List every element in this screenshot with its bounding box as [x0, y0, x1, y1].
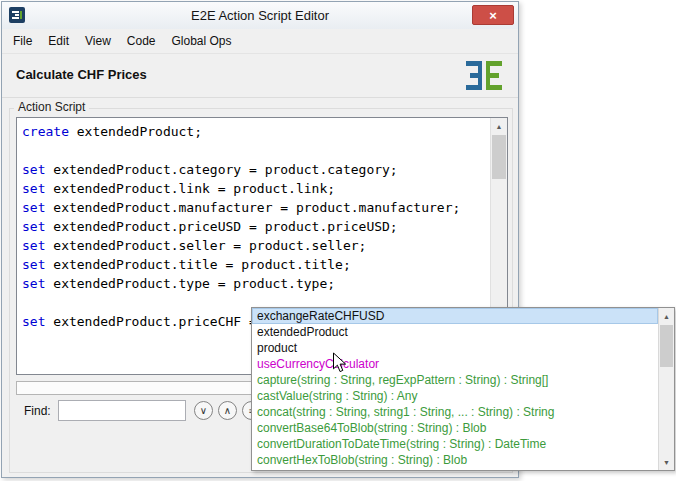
keyword: set	[22, 238, 45, 253]
code-line: set extendedProduct.link = product.link;	[22, 179, 485, 198]
keyword: set	[22, 257, 45, 272]
keyword: set	[22, 219, 45, 234]
keyword: set	[22, 276, 45, 291]
menu-view[interactable]: View	[77, 30, 119, 52]
autocomplete-item[interactable]: convertDurationToDateTime(string : Strin…	[252, 436, 658, 452]
menu-code[interactable]: Code	[119, 30, 164, 52]
autocomplete-item[interactable]: product	[252, 340, 658, 356]
code-line: set extendedProduct.priceUSD = product.p…	[22, 217, 485, 236]
find-previous-button[interactable]: ∧	[218, 401, 237, 420]
page-title: Calculate CHF Prices	[16, 67, 147, 82]
scroll-up-icon[interactable]: ▲	[659, 308, 674, 324]
code-line: set extendedProduct.type = product.type;	[22, 274, 485, 293]
scrollbar-thumb[interactable]	[492, 135, 506, 179]
menu-file[interactable]: File	[5, 30, 40, 52]
scroll-up-icon[interactable]: ▲	[491, 118, 507, 134]
find-input[interactable]	[58, 400, 186, 421]
keyword: create	[22, 124, 69, 139]
keyword: set	[22, 162, 45, 177]
code-line: create extendedProduct;	[22, 122, 485, 141]
code-line	[22, 141, 485, 160]
chevron-up-icon: ∧	[224, 405, 231, 416]
group-label: Action Script	[14, 100, 89, 114]
autocomplete-item[interactable]: convertBase64ToBlob(string : String) : B…	[252, 420, 658, 436]
menu-edit[interactable]: Edit	[40, 30, 77, 52]
autocomplete-item[interactable]: concat(string : String, string1 : String…	[252, 404, 658, 420]
header: Calculate CHF Prices	[2, 54, 518, 98]
e2e-logo-icon	[466, 61, 504, 91]
code-line: set extendedProduct.category = product.c…	[22, 160, 485, 179]
code-line: set extendedProduct.title = product.titl…	[22, 255, 485, 274]
autocomplete-item[interactable]: convertHexToBlob(string : String) : Blob	[252, 452, 658, 468]
code-line: set extendedProduct.manufacturer = produ…	[22, 198, 485, 217]
find-next-button[interactable]: ∨	[194, 401, 213, 420]
keyword: set	[22, 181, 45, 196]
window-title: E2E Action Script Editor	[2, 8, 518, 23]
scroll-down-icon[interactable]: ▼	[659, 454, 674, 470]
autocomplete-item[interactable]: exchangeRateCHFUSD	[252, 308, 658, 324]
menu-bar: File Edit View Code Global Ops	[2, 29, 518, 54]
popup-scrollbar[interactable]: ▲ ▼	[658, 308, 674, 470]
find-label: Find:	[24, 404, 51, 418]
title-bar: E2E Action Script Editor ×	[2, 2, 518, 29]
scrollbar-thumb[interactable]	[660, 325, 673, 367]
code-line: set extendedProduct.seller = product.sel…	[22, 236, 485, 255]
close-button[interactable]: ×	[472, 5, 514, 25]
keyword: set	[22, 314, 45, 329]
autocomplete-item[interactable]: useCurrencyCalculator	[252, 356, 658, 372]
autocomplete-item[interactable]: capture(string : String, regExpPattern :…	[252, 372, 658, 388]
chevron-down-icon: ∨	[200, 405, 207, 416]
autocomplete-item[interactable]: castValue(string : String) : Any	[252, 388, 658, 404]
keyword: set	[22, 200, 45, 215]
autocomplete-item[interactable]: extendedProduct	[252, 324, 658, 340]
autocomplete-list: exchangeRateCHFUSDextendedProductproduct…	[252, 308, 658, 470]
menu-global-ops[interactable]: Global Ops	[164, 30, 240, 52]
autocomplete-popup: exchangeRateCHFUSDextendedProductproduct…	[251, 307, 675, 471]
mouse-cursor	[332, 352, 348, 374]
